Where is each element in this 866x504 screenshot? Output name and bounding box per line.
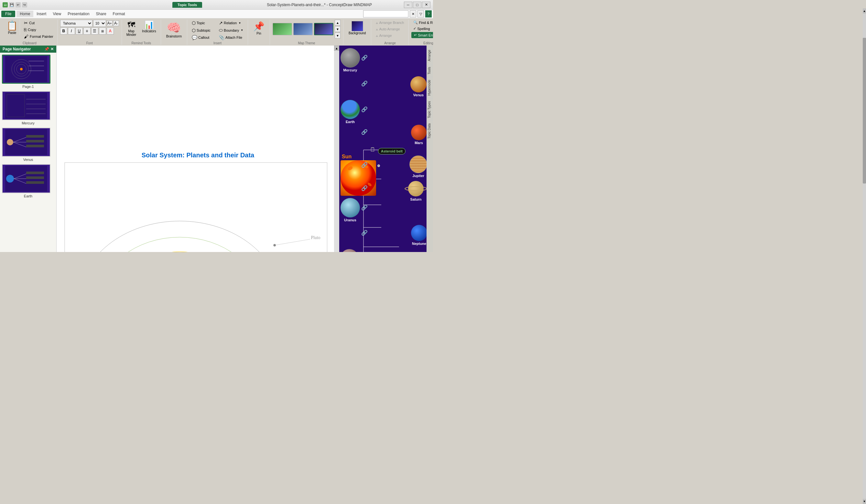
- relation-dropdown-icon: ▼: [238, 22, 241, 25]
- font-size-select[interactable]: 10: [93, 20, 106, 27]
- relation-button[interactable]: ↗ Relation ▼: [217, 20, 243, 26]
- jupiter-node[interactable]: Jupiter: [409, 156, 427, 178]
- font-size-decrease-button[interactable]: A-: [113, 20, 119, 26]
- boundary-button[interactable]: ⬭ Boundary ▼: [217, 27, 245, 34]
- boundary-dropdown-icon: ▼: [241, 29, 243, 32]
- smart-enter-icon: ↵: [414, 33, 417, 37]
- presentation-menu[interactable]: Presentation: [64, 11, 92, 17]
- venus-link-icon[interactable]: 🔗: [361, 80, 368, 87]
- search-input[interactable]: [363, 10, 408, 18]
- copy-button[interactable]: ⎘ Copy: [23, 26, 55, 33]
- uranus-link-icon[interactable]: 🔗: [361, 205, 368, 211]
- neptune-node[interactable]: Neptune: [411, 225, 427, 245]
- insert-menu[interactable]: Insert: [33, 11, 49, 17]
- tools-tab[interactable]: Tools: [426, 64, 433, 77]
- page-thumb-2[interactable]: Mercury: [2, 91, 54, 125]
- paste-button[interactable]: 📋 Paste: [4, 20, 20, 35]
- theme-up-arrow[interactable]: ▲: [335, 20, 341, 25]
- app-icon-2: 💾: [9, 2, 14, 8]
- indicators-button[interactable]: 📊 Indicators: [140, 20, 158, 37]
- svg-rect-31: [26, 181, 44, 184]
- nav-pin-icon[interactable]: 📌: [44, 47, 49, 51]
- minimize-button[interactable]: ─: [404, 2, 412, 8]
- theme-swatch-1[interactable]: [273, 23, 292, 35]
- topic-types-tab[interactable]: Topic Types: [426, 98, 433, 121]
- maximize-button[interactable]: □: [413, 2, 421, 8]
- nav-close-icon[interactable]: ✕: [51, 47, 54, 51]
- find-replace-button[interactable]: 🔍 Find & Replace: [411, 20, 433, 25]
- auto-arrange-button[interactable]: ⟁ Auto Arrange: [374, 26, 406, 32]
- callout-button[interactable]: 💬 Callout: [190, 34, 216, 41]
- jupiter-dot: [377, 164, 380, 167]
- page-thumb-4[interactable]: Earth: [2, 164, 54, 198]
- earth-link-icon[interactable]: 🔗: [361, 106, 368, 112]
- theme-down-arrow[interactable]: ▼: [335, 26, 341, 32]
- map-minder-button[interactable]: 🗺 Map Minder: [124, 20, 138, 37]
- hypernode-tab[interactable]: Hypernode: [426, 77, 433, 98]
- topic-button[interactable]: ⬡ Topic: [190, 20, 216, 26]
- theme-expand-arrow[interactable]: ▼: [335, 33, 341, 38]
- map-canvas[interactable]: Solar System: Planets and their Data: [57, 46, 339, 252]
- background-button[interactable]: Background: [346, 20, 368, 36]
- list-button[interactable]: ☰: [91, 27, 98, 35]
- map-minder-label2: Minder: [126, 33, 136, 36]
- mercury-link-icon[interactable]: 🔗: [361, 55, 368, 61]
- scroll-up-arrow[interactable]: ▲: [334, 46, 339, 51]
- search-filter-button[interactable]: ▽: [418, 10, 424, 18]
- spelling-button[interactable]: ✓ Spelling: [411, 26, 433, 31]
- pluto-node[interactable]: Pluto: [341, 249, 358, 252]
- earth-node[interactable]: Earth: [341, 100, 360, 124]
- indent-button[interactable]: ⊞: [99, 27, 106, 35]
- asteroid-belt-node[interactable]: Asteroid belt: [378, 148, 406, 154]
- page-thumb-3[interactable]: Venus: [2, 128, 54, 162]
- underline-button[interactable]: U: [76, 27, 83, 35]
- app-icon-1: 🗂: [3, 2, 8, 8]
- file-menu[interactable]: File: [1, 11, 15, 17]
- font-controls: Tahoma 10 A+ A- B I U ≡ ☰ ⊞ A: [60, 20, 119, 35]
- arrange-tab[interactable]: Arrange: [426, 47, 433, 64]
- font-size-increase-button[interactable]: A+: [107, 20, 112, 26]
- view-menu[interactable]: View: [49, 11, 64, 17]
- attach-file-button[interactable]: 📎 Attach File: [217, 34, 244, 41]
- saturn-node[interactable]: Saturn: [404, 181, 427, 201]
- jupiter-link-icon[interactable]: 🔗: [361, 162, 368, 168]
- theme-swatch-3[interactable]: [314, 23, 333, 35]
- color-button[interactable]: A: [107, 27, 114, 35]
- format-menu[interactable]: Format: [110, 11, 129, 17]
- mars-node[interactable]: Mars: [411, 125, 426, 145]
- font-family-select[interactable]: Tahoma: [60, 20, 92, 27]
- cut-button[interactable]: ✂ Cut: [23, 20, 55, 26]
- page-thumb-1[interactable]: Page-1: [2, 55, 54, 89]
- sun-node[interactable]: Sun: [342, 154, 352, 160]
- align-button[interactable]: ≡: [84, 27, 90, 35]
- arrange-button[interactable]: ⟁ Arrange: [374, 33, 406, 38]
- auto-arrange-icon: ⟁: [376, 27, 378, 31]
- subtopic-button[interactable]: ⬡ Subtopic: [190, 27, 216, 34]
- saturn-link-icon[interactable]: 🔗: [361, 185, 368, 191]
- topic-icon: ⬡: [192, 20, 196, 25]
- page-label-4: Earth: [2, 194, 54, 198]
- format-painter-button[interactable]: 🖌 Format Painter: [23, 33, 55, 40]
- bold-button[interactable]: B: [60, 27, 67, 35]
- callout-icon: 💬: [192, 35, 197, 40]
- mars-link-icon[interactable]: 🔗: [361, 129, 368, 135]
- help-button[interactable]: ?: [425, 10, 432, 18]
- topic-tools-tab[interactable]: Topic Tools: [173, 2, 202, 8]
- theme-swatch-2[interactable]: [293, 23, 313, 35]
- search-clear-button[interactable]: ✕: [410, 10, 416, 18]
- home-menu[interactable]: Home: [16, 11, 33, 17]
- close-button[interactable]: ✕: [422, 2, 430, 8]
- smart-enter-button[interactable]: ↵ Smart Enter: [411, 32, 433, 38]
- vertical-scrollbar[interactable]: ▲ ▼: [334, 46, 339, 252]
- svg-text:Pluto: Pluto: [311, 235, 321, 240]
- share-menu[interactable]: Share: [93, 11, 110, 17]
- italic-button[interactable]: I: [68, 27, 75, 35]
- topic-data-tab[interactable]: Topic Data: [426, 121, 433, 141]
- arrange-branch-button[interactable]: ⟁ Arrange Branch: [374, 20, 406, 25]
- uranus-node[interactable]: Uranus: [341, 198, 360, 222]
- brainstorm-button[interactable]: 🧠 Brainstorm: [164, 20, 184, 39]
- pin-button[interactable]: 📌 Pin: [251, 20, 267, 36]
- mercury-node[interactable]: Mercury: [341, 48, 360, 72]
- neptune-link-icon[interactable]: 🔗: [361, 230, 368, 236]
- venus-node[interactable]: Venus: [410, 76, 426, 97]
